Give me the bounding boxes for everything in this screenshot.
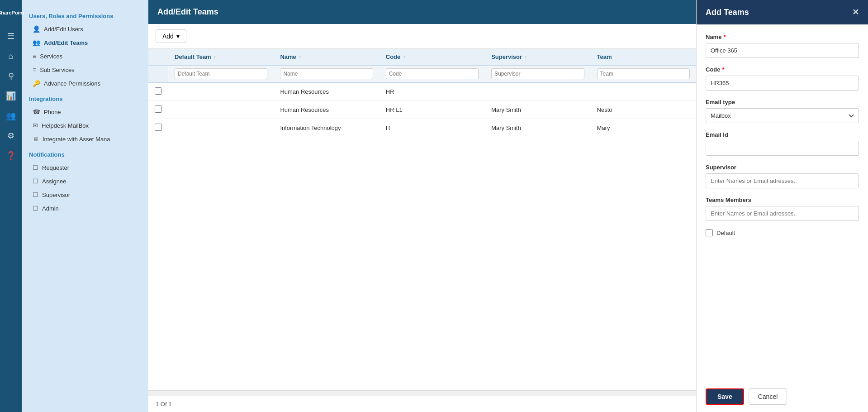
sidebar-item-label: Services [40, 53, 62, 60]
sidebar-item-integrate-asset[interactable]: 🖥 Integrate with Asset Mana [22, 132, 148, 146]
sidebar-item-supervisor[interactable]: ☐ Supervisor [22, 188, 148, 201]
row-checkbox[interactable] [155, 87, 162, 95]
help-icon[interactable]: ❓ [2, 147, 20, 165]
filter-default-team-input[interactable] [175, 68, 267, 79]
user-icon: 👤 [33, 25, 40, 33]
save-button[interactable]: Save [706, 388, 744, 405]
table-row: Human Resources HR [148, 82, 696, 101]
sidebar-item-add-edit-teams[interactable]: 👥 Add/Edit Teams [22, 36, 148, 49]
dropdown-arrow-icon: ▾ [176, 33, 180, 40]
services-icon: ≡ [33, 53, 36, 60]
sidebar-item-services[interactable]: ≡ Services [22, 49, 148, 63]
row-checkbox-cell[interactable] [148, 101, 168, 119]
default-team-cell [168, 101, 274, 119]
code-header[interactable]: Code ↑ [379, 49, 485, 65]
team-cell: Mary [591, 119, 696, 137]
supervisor-cell: Mary Smith [485, 119, 590, 137]
name-header[interactable]: Name ↑ [274, 49, 379, 65]
key-icon: 🔑 [33, 80, 40, 87]
sort-icon: ↑ [403, 54, 406, 60]
table-filter-row [148, 65, 696, 82]
default-label: Default [716, 230, 735, 236]
row-checkbox-cell[interactable] [148, 119, 168, 137]
notifications-section-title: Notifications [22, 146, 148, 161]
panel-header: Add/Edit Teams [148, 0, 696, 24]
filter-checkbox-cell [148, 65, 168, 82]
supervisor-input[interactable] [706, 173, 859, 188]
sidebar-item-label: Admin [42, 205, 59, 212]
required-star: * [722, 66, 725, 73]
sidebar-item-label: Sub Services [40, 67, 75, 73]
add-teams-panel: Add Teams ✕ Name * Code * [696, 0, 868, 412]
users-roles-section-title: Users, Roles and Permissions [22, 7, 148, 22]
team-header[interactable]: Team [591, 49, 696, 65]
chart-icon[interactable]: 📊 [2, 87, 20, 105]
sidebar-item-label: Integrate with Asset Mana [43, 136, 110, 143]
code-input[interactable] [706, 76, 859, 91]
teams-members-input[interactable] [706, 206, 859, 221]
people-icon[interactable]: 👥 [2, 107, 20, 125]
close-button[interactable]: ✕ [852, 7, 859, 17]
code-cell: HR [379, 82, 485, 101]
row-checkbox[interactable] [155, 105, 162, 113]
cancel-button[interactable]: Cancel [749, 388, 787, 405]
code-cell: HR L1 [379, 101, 485, 119]
teams-panel: Add/Edit Teams Add ▾ Default Team ↑ [148, 0, 696, 412]
sidebar-item-sub-services[interactable]: ≡ Sub Services [22, 63, 148, 77]
pagination: 1 Of 1 [148, 396, 696, 412]
sidebar-item-advance-permissions[interactable]: 🔑 Advance Permissions [22, 77, 148, 90]
sidebar-item-add-edit-users[interactable]: 👤 Add/Edit Users [22, 22, 148, 36]
sidebar-item-assignee[interactable]: ☐ Assignee [22, 174, 148, 188]
sidebar-item-admin[interactable]: ☐ Admin [22, 201, 148, 215]
name-input[interactable] [706, 43, 859, 58]
email-id-input[interactable] [706, 141, 859, 156]
default-team-cell [168, 82, 274, 101]
add-button[interactable]: Add ▾ [156, 29, 186, 43]
default-checkbox[interactable] [706, 229, 713, 236]
sidebar-item-label: Phone [44, 109, 61, 115]
teams-icon: 👥 [33, 39, 40, 46]
add-button-label: Add [162, 33, 174, 40]
row-checkbox-cell[interactable] [148, 82, 168, 101]
sidebar: Users, Roles and Permissions 👤 Add/Edit … [22, 0, 148, 412]
team-cell [591, 82, 696, 101]
checkbox-icon: ☐ [33, 191, 38, 198]
sidebar-item-requester[interactable]: ☐ Requester [22, 161, 148, 174]
name-cell: Human Resources [274, 101, 379, 119]
supervisor-header[interactable]: Supervisor ↑ [485, 49, 590, 65]
sidebar-item-label: Requester [42, 164, 69, 171]
teams-members-form-group: Teams Members [706, 196, 859, 221]
row-checkbox[interactable] [155, 124, 162, 131]
teams-table: Default Team ↑ Name ↑ Code ↑ [148, 49, 696, 137]
settings-icon[interactable]: ⚙ [2, 127, 20, 145]
app-logo: SharePoint [2, 4, 20, 22]
name-cell: Human Resources [274, 82, 379, 101]
email-id-label: Email Id [706, 131, 859, 138]
default-team-header[interactable]: Default Team ↑ [168, 49, 274, 65]
sub-services-icon: ≡ [33, 66, 36, 73]
filter-team-input[interactable] [597, 68, 690, 79]
home-icon[interactable]: ⌂ [2, 47, 20, 65]
filter-name-input[interactable] [280, 68, 373, 79]
name-label: Name * [706, 34, 859, 40]
panel-title: Add/Edit Teams [157, 7, 218, 16]
table-header-row: Default Team ↑ Name ↑ Code ↑ [148, 49, 696, 65]
integrations-section-title: Integrations [22, 90, 148, 105]
icon-navigation: SharePoint ☰ ⌂ ⚲ 📊 👥 ⚙ ❓ [0, 0, 22, 412]
filter-name [274, 65, 379, 82]
filter-supervisor-input[interactable] [491, 68, 584, 79]
code-form-group: Code * [706, 66, 859, 91]
filter-code-input[interactable] [386, 68, 479, 79]
horizontal-scrollbar[interactable] [148, 390, 696, 396]
app-name: SharePoint [0, 10, 24, 15]
supervisor-form-group: Supervisor [706, 164, 859, 188]
add-teams-header: Add Teams ✕ [697, 0, 868, 24]
monitor-icon: 🖥 [33, 135, 39, 143]
search-icon[interactable]: ⚲ [2, 67, 20, 85]
filter-supervisor [485, 65, 590, 82]
email-type-select[interactable]: Mailbox Shared Mailbox Distribution List [706, 108, 859, 123]
menu-icon[interactable]: ☰ [2, 27, 20, 45]
sidebar-item-helpdesk-mailbox[interactable]: ✉ Helpdesk MailBox [22, 119, 148, 132]
sidebar-item-phone[interactable]: ☎ Phone [22, 105, 148, 119]
panel-toolbar: Add ▾ [148, 24, 696, 49]
